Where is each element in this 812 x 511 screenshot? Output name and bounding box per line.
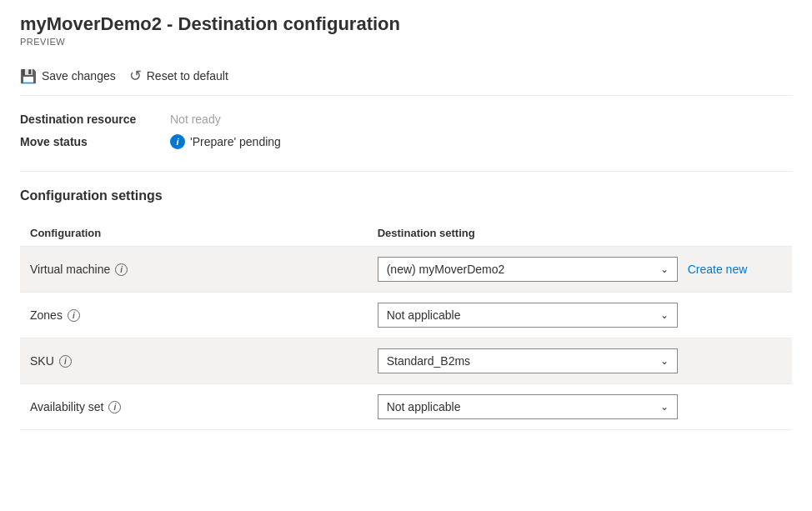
dropdown-value-text: (new) myMoverDemo2 [387,263,505,276]
config-label-text: Zones [30,308,63,322]
save-icon: 💾 [20,68,37,84]
config-cell-0: Virtual machinei [20,247,368,293]
move-status-row: Move status i 'Prepare' pending [20,134,792,149]
info-circle-icon[interactable]: i [108,401,121,413]
col-destination-header: Destination setting [368,220,792,247]
configuration-table: Configuration Destination setting Virtua… [20,220,792,430]
dropdown-value-text: Standard_B2ms [387,354,470,368]
destination-dropdown-3[interactable]: Not applicable⌄ [378,394,678,419]
save-changes-label: Save changes [42,69,116,83]
config-label-text: Virtual machine [30,263,110,276]
table-header-row: Configuration Destination setting [20,220,792,247]
destination-resource-label: Destination resource [20,113,170,126]
dropdown-value-text: Not applicable [387,308,461,322]
destination-dropdown-0[interactable]: (new) myMoverDemo2⌄ [378,257,678,282]
table-row: ZonesiNot applicable⌄ [20,293,792,338]
config-cell-2: SKUi [20,338,368,384]
destination-cell-2: Standard_B2ms⌄ [368,338,792,384]
status-info-icon: i [170,134,185,149]
move-status-text: 'Prepare' pending [190,135,281,148]
reset-to-default-label: Reset to default [147,69,228,83]
chevron-down-icon: ⌄ [660,309,669,321]
move-status-value: i 'Prepare' pending [170,134,281,149]
table-row: Virtual machinei(new) myMoverDemo2⌄Creat… [20,247,792,293]
table-row: SKUiStandard_B2ms⌄ [20,338,792,384]
page-title: myMoverDemo2 - Destination configuration [20,13,792,35]
configuration-section: Configuration settings Configuration Des… [20,188,792,430]
destination-cell-1: Not applicable⌄ [368,293,792,338]
config-cell-3: Availability seti [20,384,368,430]
destination-resource-value: Not ready [170,113,221,126]
col-configuration-header: Configuration [20,220,368,247]
toolbar: 💾 Save changes ↺ Reset to default [20,57,792,96]
table-row: Availability setiNot applicable⌄ [20,384,792,430]
info-circle-icon[interactable]: i [68,309,80,322]
chevron-down-icon: ⌄ [660,263,669,275]
config-cell-1: Zonesi [20,293,368,338]
reset-to-default-button[interactable]: ↺ Reset to default [129,63,228,88]
chevron-down-icon: ⌄ [660,401,669,413]
page-subtitle: PREVIEW [20,37,792,47]
info-circle-icon[interactable]: i [59,355,72,368]
info-circle-icon[interactable]: i [115,263,128,276]
reset-icon: ↺ [129,67,142,85]
config-label-text: SKU [30,354,54,368]
create-new-link[interactable]: Create new [688,263,748,276]
configuration-section-title: Configuration settings [20,188,792,203]
destination-dropdown-1[interactable]: Not applicable⌄ [378,303,678,328]
info-section: Destination resource Not ready Move stat… [20,113,792,172]
destination-dropdown-2[interactable]: Standard_B2ms⌄ [378,348,678,373]
destination-cell-0: (new) myMoverDemo2⌄Create new [368,247,792,293]
chevron-down-icon: ⌄ [660,355,669,367]
save-changes-button[interactable]: 💾 Save changes [20,65,116,88]
config-label-text: Availability set [30,400,103,413]
page-container: myMoverDemo2 - Destination configuration… [0,0,812,443]
destination-resource-row: Destination resource Not ready [20,113,792,126]
destination-cell-3: Not applicable⌄ [368,384,792,430]
dropdown-value-text: Not applicable [387,400,461,413]
move-status-label: Move status [20,135,170,148]
